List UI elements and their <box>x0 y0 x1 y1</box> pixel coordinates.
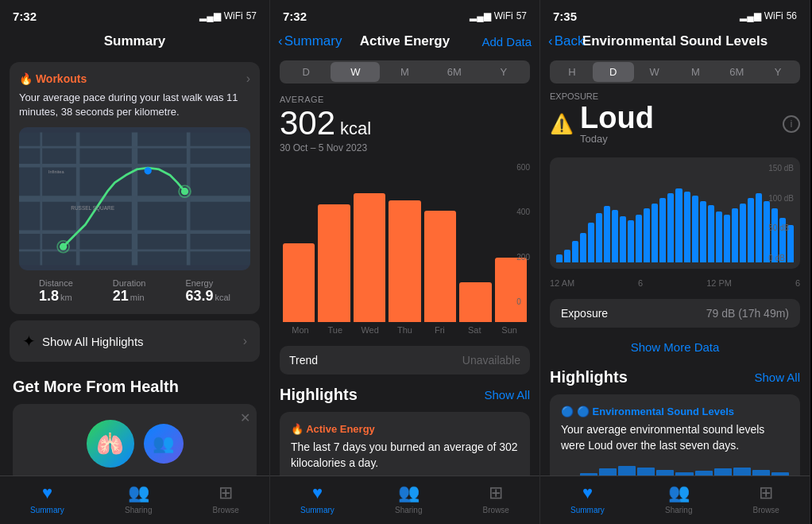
battery-icon-3: 56 <box>787 10 797 21</box>
db-50: 50 dB <box>768 223 794 232</box>
tab-sharing-label-3: Sharing <box>665 506 692 514</box>
phone2-content[interactable]: D W M 6M Y AVERAGE 302 kcal 30 Oct – 5 N… <box>270 56 539 475</box>
tab-browse-1[interactable]: ⊞ Browse <box>213 483 239 514</box>
svg-text:Infinitea: Infinitea <box>48 169 64 174</box>
show-all-button-2[interactable]: Show All <box>484 388 530 402</box>
stat-distance-unit: km <box>60 293 72 302</box>
back-label-3: Back <box>555 33 585 49</box>
db-0: 0 dB <box>768 254 794 262</box>
loud-left: ⚠️ Loud Today <box>550 103 654 145</box>
health-main-icon: 🫁 <box>87 420 134 468</box>
tab-sharing-2[interactable]: 👥 Sharing <box>395 483 422 514</box>
stat-energy-value: 63.9 <box>185 288 213 305</box>
battery-icon-2: 57 <box>516 10 527 21</box>
tab-summary-label-2: Summary <box>300 506 334 514</box>
signal-icon-3: ▂▄▆ <box>740 10 761 21</box>
show-more-button[interactable]: Show More Data <box>540 332 810 362</box>
sparkle-icon: ✦ <box>22 332 36 351</box>
tab-browse-label-2: Browse <box>483 506 509 514</box>
stat-duration-unit: min <box>130 293 145 302</box>
workouts-header: 🔥 Workouts › <box>19 72 250 86</box>
seg-d[interactable]: D <box>281 62 331 82</box>
stat-distance-value: 1.8 <box>39 288 59 305</box>
seg-6m-3[interactable]: 6M <box>716 62 757 82</box>
bar-tue <box>318 204 350 322</box>
stat-distance-label: Distance <box>39 278 73 288</box>
mini-sound-chart <box>561 461 789 475</box>
workouts-card[interactable]: 🔥 Workouts › Your average pace during yo… <box>10 62 260 314</box>
avg-number: 302 <box>280 104 335 142</box>
tab-sharing-3[interactable]: 👥 Sharing <box>665 483 692 514</box>
avg-unit: kcal <box>340 118 371 139</box>
tab-sharing-label-2: Sharing <box>395 506 422 514</box>
wifi-icon-3: WiFi <box>764 10 783 21</box>
tab-browse-3[interactable]: ⊞ Browse <box>753 483 779 514</box>
tab-sharing-label: Sharing <box>125 506 152 514</box>
time-12am: 12 AM <box>550 278 574 288</box>
back-button-3[interactable]: ‹ Back <box>548 33 584 49</box>
back-button-2[interactable]: ‹ Summary <box>278 33 342 49</box>
seg-h[interactable]: H <box>551 62 593 82</box>
tab-summary-label: Summary <box>30 506 64 514</box>
highlight-card-energy: 🔥 Active Energy The last 7 days you burn… <box>280 412 530 475</box>
stat-distance: Distance 1.8 km <box>39 278 73 305</box>
exposure-heading: EXPOSURE <box>550 91 800 101</box>
highlights-button[interactable]: ✦ Show All Highlights › <box>10 320 260 362</box>
get-more-title: Get More From Health <box>13 378 257 396</box>
trend-row: Trend Unavailable <box>280 346 530 375</box>
label-wed: Wed <box>353 325 388 335</box>
tab-browse-2[interactable]: ⊞ Browse <box>483 483 509 514</box>
tab-summary-3[interactable]: ♥ Summary <box>570 483 605 514</box>
info-button[interactable]: i <box>783 115 800 133</box>
close-icon[interactable]: ✕ <box>240 410 250 425</box>
loud-subtitle: Today <box>580 133 654 145</box>
sound-category-icon: 🔵 <box>561 406 574 417</box>
tab-browse-label-3: Browse <box>753 506 779 514</box>
avg-value-row: 302 kcal <box>280 104 530 142</box>
stat-energy-label: Energy <box>185 278 213 288</box>
phone1-content[interactable]: 🔥 Workouts › Your average pace during yo… <box>0 56 269 475</box>
phone3-content[interactable]: H D W M 6M Y EXPOSURE ⚠️ Loud Today i <box>540 56 810 475</box>
label-sat: Sat <box>457 325 492 335</box>
nav-title-1: Summary <box>104 33 165 49</box>
db-100: 100 dB <box>768 194 794 203</box>
seg-y-3[interactable]: Y <box>757 62 798 82</box>
seg-y[interactable]: Y <box>479 62 528 82</box>
phone-active-energy: 7:32 ▂▄▆ WiFi 57 ‹ Summary Active Energy… <box>270 0 540 524</box>
seg-d-3[interactable]: D <box>593 62 634 82</box>
tab-summary-2[interactable]: ♥ Summary <box>300 483 334 514</box>
svg-point-14 <box>145 168 152 175</box>
highlights-header-3: Highlights Show All <box>550 368 800 386</box>
sharing-icon: 👥 <box>128 483 149 503</box>
highlights-heading-2: Highlights <box>280 386 358 404</box>
bar-wed <box>354 193 385 322</box>
date-range: 30 Oct – 5 Nov 2023 <box>280 142 530 153</box>
highlights-header-2: Highlights Show All <box>280 386 530 404</box>
exposure-row-label: Exposure <box>561 307 608 320</box>
seg-m[interactable]: M <box>380 62 429 82</box>
bar-fri <box>424 211 456 322</box>
status-bar-2: 7:32 ▂▄▆ WiFi 57 <box>270 0 539 29</box>
highlight-text-energy: The last 7 days you burned an average of… <box>291 440 519 471</box>
seg-m-3[interactable]: M <box>675 62 716 82</box>
tab-summary-1[interactable]: ♥ Summary <box>30 483 64 514</box>
add-data-button[interactable]: Add Data <box>481 35 532 49</box>
chart-section-2: AVERAGE 302 kcal 30 Oct – 5 Nov 2023 <box>270 88 539 341</box>
seg-w[interactable]: W <box>331 62 380 82</box>
seg-6m[interactable]: 6M <box>430 62 479 82</box>
y-200: 200 <box>516 253 530 262</box>
loud-section: EXPOSURE ⚠️ Loud Today i <box>540 88 810 151</box>
bar-chart: 600 400 200 0 <box>280 163 530 322</box>
segment-control-3[interactable]: H D W M 6M Y <box>550 60 800 83</box>
label-thu: Thu <box>388 325 423 335</box>
show-all-button-3[interactable]: Show All <box>754 371 800 384</box>
svg-point-10 <box>60 243 67 250</box>
browse-icon-3: ⊞ <box>759 483 773 503</box>
avg-label: AVERAGE <box>280 95 530 104</box>
seg-w-3[interactable]: W <box>634 62 675 82</box>
segment-control-2[interactable]: D W M 6M Y <box>280 60 530 83</box>
health-secondary-icon: 👥 <box>144 424 184 464</box>
nav-bar-2: ‹ Summary Active Energy Add Data <box>270 29 539 56</box>
sharing-icon-3: 👥 <box>668 483 690 503</box>
tab-sharing-1[interactable]: 👥 Sharing <box>125 483 152 514</box>
